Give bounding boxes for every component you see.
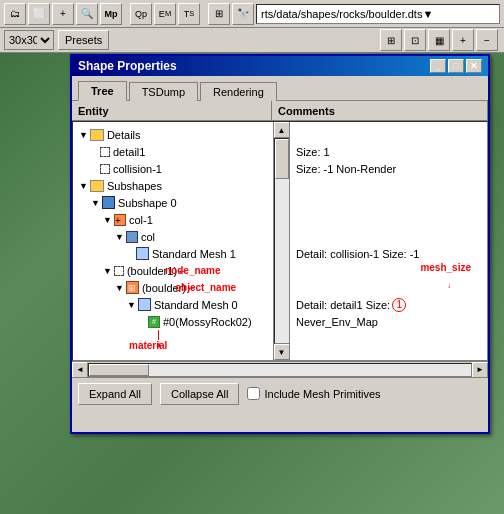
tree-panel: ▼ Details ▶ detail1 ▶ collision-1	[72, 121, 488, 361]
comment-stdmesh1: Detail: collision-1 Size: -1	[296, 245, 481, 262]
toolbar-btn-4[interactable]: 🔍	[76, 3, 98, 25]
tree-item-collision[interactable]: ▶ collision-1	[75, 160, 271, 177]
tree-item-stdmesh0[interactable]: ▼ Standard Mesh 0	[75, 296, 271, 313]
toolbar-row2: 30x30 Presets ⊞ ⊡ ▦ + −	[0, 28, 504, 52]
toolbar-btn-mp[interactable]: Mp	[100, 3, 122, 25]
expand-col[interactable]: ▼	[115, 232, 124, 242]
comments-content: Size: 1 Size: -1 Non-Render Detail: coll…	[290, 122, 487, 360]
tree-content[interactable]: ▼ Details ▶ detail1 ▶ collision-1	[73, 122, 273, 360]
h-scroll-track[interactable]	[88, 363, 472, 377]
tree-item-boulder1[interactable]: ▼ (boulder1)←	[75, 262, 271, 279]
tree-item-col1[interactable]: ▼ + col-1	[75, 211, 271, 228]
toolbar-btn-2[interactable]: ⬜	[28, 3, 50, 25]
detail1-icon	[100, 147, 110, 157]
expand-subshapes[interactable]: ▼	[79, 181, 88, 191]
tree-item-detail1[interactable]: ▶ detail1	[75, 143, 271, 160]
window-title: Shape Properties	[78, 59, 177, 73]
expand-stdmesh0[interactable]: ▼	[127, 300, 136, 310]
subshapes-label: Subshapes	[107, 180, 162, 192]
view-btn-1[interactable]: ⊞	[380, 29, 402, 51]
include-mesh-checkbox[interactable]	[247, 387, 260, 400]
detail1-label: detail1	[113, 146, 145, 158]
scroll-track[interactable]	[274, 138, 290, 344]
horizontal-scrollbar[interactable]: ◄ ►	[72, 361, 488, 377]
bottom-bar: Expand All Collapse All Include Mesh Pri…	[72, 377, 488, 409]
scroll-left-button[interactable]: ◄	[72, 362, 88, 378]
entity-header: Entity	[72, 101, 272, 120]
minimize-button[interactable]: _	[430, 59, 446, 73]
comments-header: Comments	[272, 101, 488, 120]
comment-details	[296, 126, 481, 143]
toolbar-btn-grid[interactable]: ⊞	[208, 3, 230, 25]
tree-item-boulder[interactable]: ▼ ⊞ (boulder)←	[75, 279, 271, 296]
tab-rendering[interactable]: Rendering	[200, 82, 277, 101]
maximize-button[interactable]: □	[448, 59, 464, 73]
mesh-size-annotation: mesh_size	[420, 262, 471, 273]
boulder1-label: (boulder1)←	[127, 265, 188, 277]
expand-subshape0[interactable]: ▼	[91, 198, 100, 208]
window-titlebar: Shape Properties _ □ ✕	[72, 56, 488, 76]
boulder-label: (boulder)←	[142, 282, 197, 294]
view-btn-5[interactable]: −	[476, 29, 498, 51]
col1-icon: +	[114, 214, 126, 226]
view-btn-3[interactable]: ▦	[428, 29, 450, 51]
comment-stdmesh0: Detail: detail1 Size:1	[296, 296, 481, 313]
collapse-all-button[interactable]: Collapse All	[160, 383, 239, 405]
tree-item-material[interactable]: ▶ # #0(MossyRock02)	[75, 313, 271, 330]
tree-item-col[interactable]: ▼ col	[75, 228, 271, 245]
boulder-icon: ⊞	[126, 281, 139, 294]
comment-subshapes	[296, 177, 481, 194]
size-circle: 1	[392, 298, 406, 312]
expand-boulder[interactable]: ▼	[115, 283, 124, 293]
comment-material: Never_Env_Map	[296, 313, 481, 330]
comment-detail1: Size: 1	[296, 143, 481, 160]
window-controls: _ □ ✕	[430, 59, 482, 73]
material-annotation-wrapper: ▲ material	[75, 330, 271, 350]
material-label: #0(MossyRock02)	[163, 316, 252, 328]
presets-button[interactable]: Presets	[58, 30, 109, 50]
scroll-thumb[interactable]	[275, 139, 289, 179]
collision-label: collision-1	[113, 163, 162, 175]
tree-item-subshapes[interactable]: ▼ Subshapes	[75, 177, 271, 194]
tree-comments-wrapper: ▼ Details ▶ detail1 ▶ collision-1	[72, 121, 488, 361]
toolbar-btn-qp[interactable]: Qp	[130, 3, 152, 25]
column-headers: Entity Comments	[72, 101, 488, 121]
tab-tree[interactable]: Tree	[78, 81, 127, 101]
boulder1-icon	[114, 266, 124, 276]
toolbar-btn-view[interactable]: 🔭	[232, 3, 254, 25]
expand-boulder1[interactable]: ▼	[103, 266, 112, 276]
col-label: col	[141, 231, 155, 243]
close-button[interactable]: ✕	[466, 59, 482, 73]
expand-all-button[interactable]: Expand All	[78, 383, 152, 405]
tree-item-subshape0[interactable]: ▼ Subshape 0	[75, 194, 271, 211]
subshapes-icon	[90, 180, 104, 192]
expand-col1[interactable]: ▼	[103, 215, 112, 225]
stdmesh0-label: Standard Mesh 0	[154, 299, 238, 311]
comment-subshape0	[296, 194, 481, 211]
content-area: Entity Comments ▼ Details ▶	[72, 101, 488, 409]
tree-item-stdmesh1[interactable]: ▶ Standard Mesh 1	[75, 245, 271, 262]
view-btn-4[interactable]: +	[452, 29, 474, 51]
comment-collision: Size: -1 Non-Render	[296, 160, 481, 177]
collision-icon	[100, 164, 110, 174]
toolbar-btn-sep2	[202, 3, 206, 25]
toolbar-btn-1[interactable]: 🗂	[4, 3, 26, 25]
tabs-bar: Tree TSDump Rendering	[72, 76, 488, 101]
toolbar-btn-3[interactable]: +	[52, 3, 74, 25]
include-mesh-label: Include Mesh Primitives	[264, 388, 380, 400]
col1-label: col-1	[129, 214, 153, 226]
h-scroll-thumb[interactable]	[89, 364, 149, 376]
tree-item-details[interactable]: ▼ Details	[75, 126, 271, 143]
size-select[interactable]: 30x30	[4, 30, 54, 50]
comment-col	[296, 228, 481, 245]
toolbar-btn-ts[interactable]: TS	[178, 3, 200, 25]
toolbar-btn-em[interactable]: EM	[154, 3, 176, 25]
tab-tsdump[interactable]: TSDump	[129, 82, 198, 101]
scroll-up-button[interactable]: ▲	[274, 122, 290, 138]
expand-details[interactable]: ▼	[79, 130, 88, 140]
view-btn-2[interactable]: ⊡	[404, 29, 426, 51]
vertical-scrollbar[interactable]: ▲ ▼	[273, 122, 289, 360]
include-mesh-wrap: Include Mesh Primitives	[247, 387, 380, 400]
scroll-right-button[interactable]: ►	[472, 362, 488, 378]
scroll-down-button[interactable]: ▼	[274, 344, 290, 360]
